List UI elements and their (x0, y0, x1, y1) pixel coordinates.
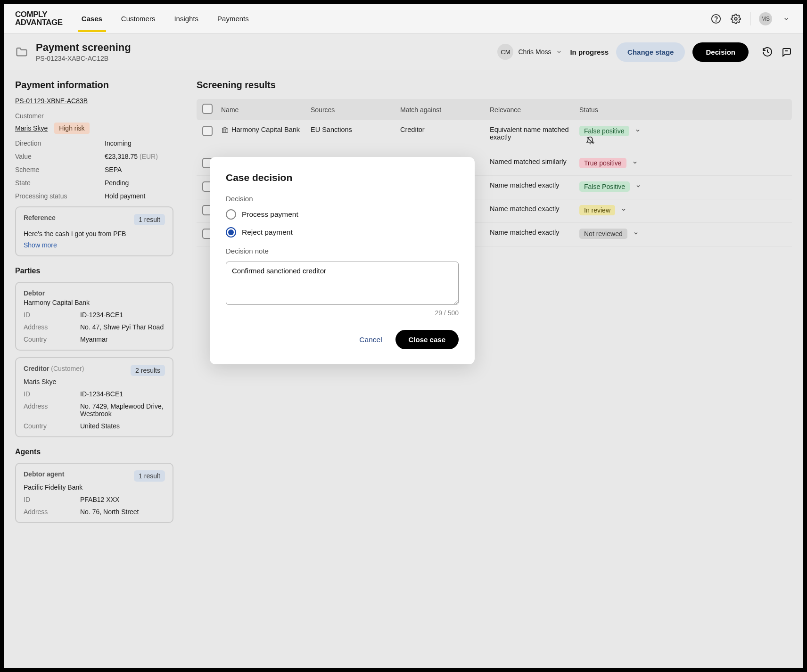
row-status: In review (579, 205, 655, 215)
select-all-checkbox[interactable] (202, 104, 213, 114)
case-decision-modal: Case decision Decision Process payment R… (210, 157, 475, 364)
row-status: False Positive (579, 181, 655, 192)
risk-badge: High risk (54, 123, 89, 134)
comment-icon[interactable] (781, 46, 792, 57)
row-sources: EU Sanctions (311, 126, 400, 133)
table-row: Harmony Capital Bank EU Sanctions Credit… (197, 120, 792, 152)
page-header: Payment screening PS-01234-XABC-AC12B CM… (4, 34, 803, 70)
chevron-down-icon[interactable] (781, 13, 792, 25)
result-count-badge: 1 result (134, 214, 165, 225)
result-count-badge: 2 results (131, 365, 165, 376)
status-badge: In review (579, 205, 615, 215)
row-relevance: Named matched similarly (490, 158, 579, 165)
settings-icon[interactable] (730, 13, 741, 25)
tab-insights[interactable]: Insights (174, 5, 198, 32)
chevron-down-icon[interactable] (635, 184, 641, 190)
chevron-down-icon (556, 49, 562, 55)
help-icon[interactable] (710, 13, 722, 25)
case-id: PS-01234-XABC-AC12B (36, 55, 131, 62)
assignee-selector[interactable]: CM Chris Moss (497, 44, 562, 60)
radio-icon (226, 209, 236, 220)
logo: COMPLY ADVANTAGE (15, 11, 63, 26)
row-match: Creditor (400, 126, 490, 133)
user-avatar[interactable]: MS (759, 12, 772, 25)
tab-customers[interactable]: Customers (121, 5, 156, 32)
sidebar-title: Payment information (15, 80, 173, 90)
assignee-avatar: CM (497, 44, 513, 60)
agents-heading: Agents (15, 448, 173, 456)
customer-link[interactable]: Maris Skye (15, 124, 48, 132)
status-badge: False positive (579, 126, 629, 136)
status-badge: Not reviewed (579, 229, 627, 239)
radio-process-payment[interactable]: Process payment (226, 209, 459, 220)
tab-payments[interactable]: Payments (217, 5, 249, 32)
svg-point-1 (716, 21, 716, 21)
creditor-card: Creditor (Customer) 2 results Maris Skye… (15, 357, 173, 437)
assignee-name: Chris Moss (518, 48, 551, 56)
customer-label: Customer (15, 112, 173, 120)
chevron-down-icon[interactable] (621, 208, 626, 213)
decision-button[interactable]: Decision (692, 42, 749, 62)
row-relevance: Name matched exactly (490, 205, 579, 213)
chevron-down-icon[interactable] (633, 231, 639, 237)
payment-ref-link[interactable]: PS-01129-XBNE-AC83B (15, 97, 88, 105)
nav-tabs: Cases Customers Insights Payments (82, 5, 710, 32)
row-status: True positive (579, 158, 655, 168)
status-badge: False Positive (579, 181, 630, 192)
radio-reject-payment[interactable]: Reject payment (226, 227, 459, 238)
sidebar: Payment information PS-01129-XBNE-AC83B … (4, 70, 185, 668)
close-case-button[interactable]: Close case (395, 330, 459, 349)
radio-icon (226, 227, 236, 238)
char-count: 29 / 500 (226, 309, 459, 317)
row-status: Not reviewed (579, 229, 655, 239)
bell-off-icon[interactable] (586, 139, 594, 146)
decision-note-input[interactable] (226, 262, 459, 305)
status-badge: True positive (579, 158, 626, 168)
parties-heading: Parties (15, 267, 173, 275)
chevron-down-icon[interactable] (632, 161, 638, 166)
row-relevance: Equivalent name matched exactly (490, 126, 579, 141)
case-status: In progress (570, 48, 609, 56)
note-label: Decision note (226, 247, 459, 255)
reference-card: Reference 1 result Here's the cash I got… (15, 206, 173, 256)
table-header: Name Sources Match against Relevance Sta… (197, 99, 792, 120)
debtor-card: Debtor Harmony Capital Bank IDID-1234-BC… (15, 282, 173, 351)
row-name: Harmony Capital Bank (221, 126, 311, 135)
page-title: Payment screening (36, 41, 131, 54)
change-stage-button[interactable]: Change stage (616, 42, 685, 62)
modal-title: Case decision (226, 172, 459, 183)
top-nav: COMPLY ADVANTAGE Cases Customers Insight… (4, 4, 803, 34)
main-content: Screening results Name Sources Match aga… (185, 70, 803, 668)
bank-icon (221, 126, 229, 135)
result-count-badge: 1 result (134, 470, 165, 482)
folder-icon (15, 46, 28, 58)
cancel-button[interactable]: Cancel (359, 336, 382, 344)
tab-cases[interactable]: Cases (82, 5, 102, 32)
row-relevance: Name matched exactly (490, 181, 579, 189)
svg-point-2 (734, 17, 737, 20)
results-title: Screening results (197, 80, 792, 90)
row-relevance: Name matched exactly (490, 229, 579, 236)
divider (750, 12, 750, 25)
decision-label: Decision (226, 195, 459, 203)
row-checkbox[interactable] (202, 126, 213, 136)
chevron-down-icon[interactable] (635, 129, 641, 134)
history-icon[interactable] (762, 46, 773, 57)
row-status: False positive (579, 126, 655, 146)
debtor-agent-card: Debtor agent 1 result Pacific Fidelity B… (15, 463, 173, 523)
show-more-link[interactable]: Show more (24, 241, 57, 249)
